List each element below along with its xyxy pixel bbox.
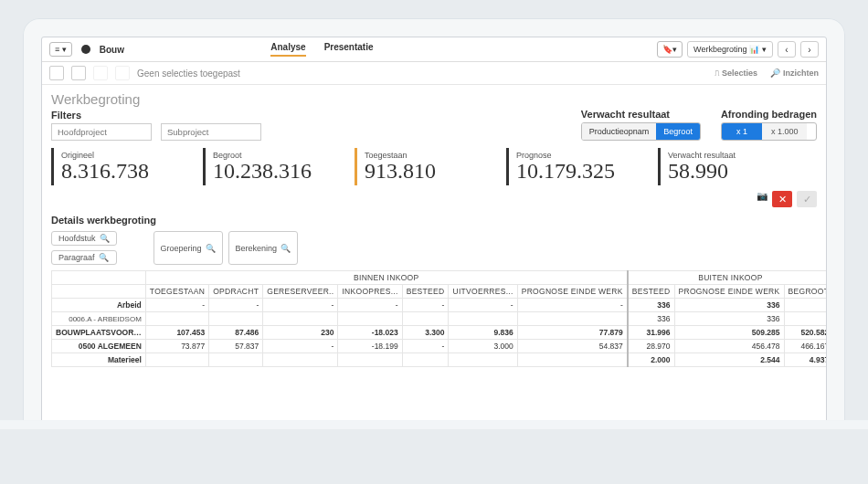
tab-presentatie[interactable]: Presentatie bbox=[324, 42, 374, 57]
filters-label: Filters bbox=[51, 110, 261, 121]
filter-hoofdproject[interactable]: Hoofdproject bbox=[51, 123, 152, 141]
sheet-selector[interactable]: Werkbegroting 📊 ▾ bbox=[687, 41, 773, 58]
kpi-toegestaan: Toegestaan913.810 bbox=[355, 148, 501, 185]
seg-productieopname[interactable]: Productieopnam bbox=[582, 123, 657, 140]
details-title: Details werkbegroting bbox=[51, 215, 817, 226]
kpi-verwacht: Verwacht resultaat58.990 bbox=[658, 148, 817, 185]
row-algemeen: 0500 ALGEMEEN73.87757.837--18.199-3.0005… bbox=[52, 340, 828, 353]
camera-icon[interactable]: 📷 bbox=[757, 191, 767, 207]
row-arbeid: Arbeid-------336336- bbox=[52, 299, 828, 312]
close-button[interactable]: ✕ bbox=[772, 191, 792, 207]
row-arbeidsom: 0006.A - ARBEIDSOM336336 bbox=[52, 312, 828, 326]
bookmark-button[interactable]: 🔖▾ bbox=[657, 41, 683, 58]
chip-hoofdstuk[interactable]: Hoofdstuk🔍 bbox=[51, 231, 117, 246]
toolbar-icon-2[interactable] bbox=[71, 66, 86, 80]
selecties-link[interactable]: ⎍ Selecties bbox=[715, 68, 757, 78]
menu-button[interactable]: ≡ ▾ bbox=[49, 42, 72, 57]
seg-x1000[interactable]: x 1.000 bbox=[762, 123, 808, 140]
verwacht-label: Verwacht resultaat bbox=[581, 109, 701, 120]
search-icon: 🔍 bbox=[100, 234, 110, 243]
brand: Bouw bbox=[100, 45, 124, 55]
row-materieel: Materieel2.0002.5444.937 bbox=[52, 353, 828, 367]
kpi-prognose: Prognose10.179.325 bbox=[506, 148, 652, 185]
confirm-button[interactable]: ✓ bbox=[797, 191, 817, 207]
page-title: Werkbegroting bbox=[51, 91, 817, 107]
seg-begroot[interactable]: Begroot bbox=[656, 123, 700, 140]
chip-groepering[interactable]: Groepering🔍 bbox=[153, 231, 223, 265]
seg-x1[interactable]: x 1 bbox=[722, 123, 762, 140]
kpi-row: Origineel8.316.738 Begroot10.238.316 Toe… bbox=[51, 148, 817, 185]
search-icon: 🔍 bbox=[281, 244, 291, 253]
inzichten-link[interactable]: 🔎 Inzichten bbox=[770, 68, 819, 78]
prev-sheet[interactable]: ‹ bbox=[778, 41, 796, 58]
search-icon: 🔍 bbox=[206, 244, 216, 253]
kpi-origineel: Origineel8.316.738 bbox=[51, 148, 197, 185]
topbar: ≡ ▾ Bouw Analyse Presentatie 🔖▾ Werkbegr… bbox=[42, 37, 826, 62]
toolbar-icon-3 bbox=[93, 66, 108, 80]
globe-icon bbox=[81, 45, 90, 54]
kpi-begroot: Begroot10.238.316 bbox=[203, 148, 349, 185]
super-binnen: BINNEN INKOOP bbox=[145, 271, 627, 285]
chip-paragraaf[interactable]: Paragraaf🔍 bbox=[51, 250, 117, 265]
search-icon: 🔍 bbox=[99, 253, 109, 262]
row-bouwplaats: BOUWPLAATSVOOR…107.45387.486230-18.0233.… bbox=[52, 326, 828, 340]
details-table[interactable]: BINNEN INKOOP BUITEN INKOOP TOEGESTAANOP… bbox=[51, 270, 827, 367]
super-buiten: BUITEN INKOOP bbox=[628, 271, 827, 285]
selection-toolbar: Geen selecties toegepast ⎍ Selecties 🔎 I… bbox=[42, 62, 826, 85]
tab-analyse[interactable]: Analyse bbox=[270, 42, 305, 57]
filter-subproject[interactable]: Subproject bbox=[161, 123, 261, 141]
toolbar-icon-1[interactable] bbox=[49, 66, 64, 80]
afronding-label: Afronding bedragen bbox=[721, 109, 817, 120]
next-sheet[interactable]: › bbox=[800, 41, 819, 58]
no-selection-text: Geen selecties toegepast bbox=[137, 68, 240, 79]
chip-berekening[interactable]: Berekening🔍 bbox=[228, 231, 299, 265]
toolbar-icon-4 bbox=[115, 66, 130, 80]
